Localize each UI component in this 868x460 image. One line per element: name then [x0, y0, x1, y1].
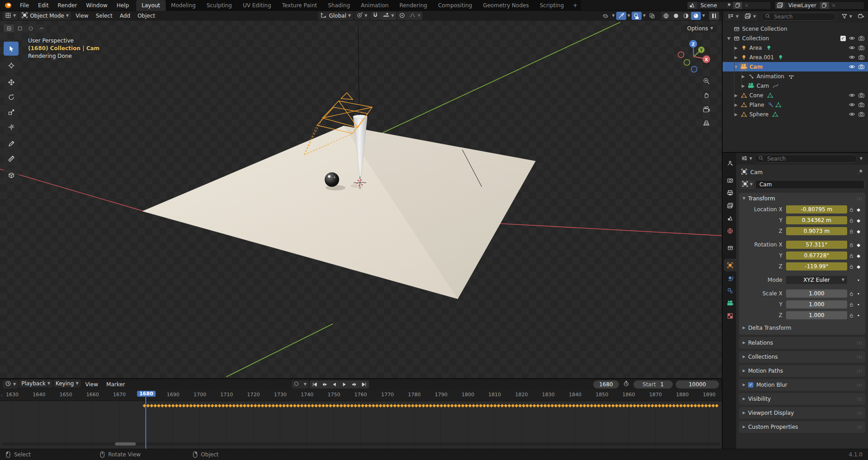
panel-custom-properties[interactable]: ▶Custom Properties∷∷ — [739, 421, 865, 433]
playhead[interactable] — [145, 397, 146, 449]
close-icon[interactable] — [742, 2, 751, 9]
lock-toggle[interactable] — [847, 218, 855, 223]
panel-drag-handle[interactable]: ∷∷ — [857, 397, 862, 402]
sh-rend-icon[interactable] — [693, 13, 699, 19]
panel-motion-blur[interactable]: ▶✓Motion Blur∷∷ — [739, 379, 865, 391]
sh-solid-icon[interactable] — [673, 13, 679, 19]
rotate-icon[interactable] — [8, 94, 15, 101]
move-icon[interactable] — [8, 79, 15, 86]
ruler-tick[interactable]: 1820 — [515, 392, 528, 398]
current-frame-field[interactable]: 1680 — [593, 380, 619, 389]
visibility-icon[interactable] — [602, 13, 609, 19]
outliner-display-mode-button[interactable]: ▼ — [742, 13, 758, 21]
panel-relations[interactable]: ▶Relations∷∷ — [739, 337, 865, 349]
select-mode-icon[interactable] — [6, 26, 12, 31]
properties-tab-scene[interactable] — [724, 212, 736, 224]
shading-rendered-button[interactable] — [691, 12, 701, 20]
select-mode-2[interactable] — [14, 24, 25, 32]
shading-wireframe-button[interactable] — [661, 12, 671, 20]
keyframes-strip[interactable] — [0, 402, 723, 411]
outliner-row-area[interactable]: ▶Area — [723, 43, 868, 52]
ruler-tick[interactable]: 1670 — [113, 392, 126, 398]
camera-render-icon[interactable] — [858, 92, 865, 99]
select-mode-icon[interactable] — [39, 26, 44, 31]
tool-select-box[interactable] — [4, 42, 19, 56]
ruler-tick[interactable]: 1720 — [247, 392, 260, 398]
viewport-menu-add[interactable]: Add — [116, 11, 134, 21]
mode-dropdown[interactable]: Object Mode▼ — [19, 12, 71, 20]
select-mode-3[interactable] — [25, 24, 36, 32]
workspace-tab-rendering[interactable]: Rendering — [394, 0, 432, 11]
mode-field[interactable]: XYZ Euler▼ — [786, 276, 847, 284]
animate-dot-button[interactable]: • — [855, 291, 862, 296]
outliner-row-animation[interactable]: ▶Animation — [723, 71, 868, 81]
timeline-menu-keying[interactable]: Keying▼ — [53, 379, 81, 388]
properties-tab-tool[interactable] — [724, 156, 736, 169]
y-field[interactable]: 0.67728° — [786, 251, 847, 260]
ruler-tick[interactable]: 1790 — [435, 392, 447, 398]
transform-panel-header[interactable]: ▼ Transform ∷∷ — [743, 195, 862, 204]
viewport-menu-select[interactable]: Select — [92, 11, 116, 21]
chevron-down-icon[interactable]: ▼ — [628, 14, 630, 18]
ruler-tick[interactable]: 1880 — [676, 392, 689, 398]
ruler-tick[interactable]: 1860 — [623, 392, 635, 398]
z-field[interactable]: 0.9073 m — [786, 227, 847, 235]
ruler-tick[interactable]: 1760 — [355, 392, 367, 398]
breadcrumb-object-name[interactable]: Cam — [750, 169, 762, 175]
tool-move[interactable] — [4, 75, 19, 89]
ruler-tick[interactable]: 1650 — [59, 392, 72, 398]
camera-render-icon[interactable] — [858, 35, 865, 42]
pan-hand-icon[interactable] — [700, 89, 712, 101]
y-field[interactable]: 0.34362 m — [786, 216, 847, 224]
chevron-down-icon[interactable]: ▼ — [702, 14, 705, 18]
tool-add-cube[interactable] — [4, 168, 19, 182]
properties-tab-render[interactable] — [724, 174, 736, 186]
animate-dot-button[interactable]: • — [855, 313, 862, 318]
overlays-icon[interactable] — [633, 13, 640, 19]
timeline-menu-view[interactable]: View — [82, 379, 101, 389]
viewlayer-name[interactable]: ViewLayer — [785, 2, 820, 9]
properties-tab-object-data[interactable] — [724, 297, 736, 309]
ruler-tick[interactable]: 1740 — [301, 392, 313, 398]
properties-tab-physics[interactable] — [724, 271, 736, 284]
viewport-menu-view[interactable]: View — [72, 11, 92, 21]
properties-tab-texture[interactable] — [724, 309, 736, 322]
tool-cursor[interactable] — [4, 58, 19, 72]
select-mode-1[interactable] — [4, 24, 14, 32]
frame-start-field[interactable]: Start1 — [633, 380, 673, 389]
outliner-row-scene-collection[interactable]: Scene Collection — [723, 24, 868, 33]
panel-collections[interactable]: ▶Collections∷∷ — [739, 351, 865, 363]
gizmoarrow-icon[interactable] — [618, 13, 624, 19]
eye-icon[interactable] — [849, 92, 855, 99]
ruler-tick[interactable]: 1660 — [86, 392, 99, 398]
timeline-editor-type-button[interactable]: ▼ — [3, 380, 18, 389]
lock-toggle[interactable] — [847, 264, 855, 270]
delta-transform-panel-header[interactable]: ▶Delta Transform — [743, 325, 862, 331]
workspace-tab-texture-paint[interactable]: Texture Paint — [277, 0, 322, 11]
camera-view-icon[interactable] — [700, 104, 712, 115]
pivot-dropdown[interactable]: ▼ — [354, 12, 369, 20]
properties-tab-output[interactable] — [724, 186, 736, 199]
ruler-tick[interactable]: 1840 — [569, 392, 581, 398]
ruler-tick[interactable]: 1640 — [33, 392, 45, 398]
panel-checkbox[interactable]: ✓ — [748, 382, 753, 388]
tool-scale[interactable] — [4, 105, 19, 119]
scene-icon[interactable] — [687, 2, 697, 9]
lock-toggle[interactable] — [847, 228, 855, 234]
previous-keyframe-button[interactable] — [320, 380, 329, 389]
eye-icon[interactable] — [849, 111, 855, 118]
ruler-collapse-icon[interactable]: ‹ — [1, 393, 3, 398]
viewlayer-icon[interactable] — [775, 2, 785, 9]
next-keyframe-button[interactable] — [350, 380, 359, 389]
lock-toggle[interactable] — [847, 242, 855, 248]
timeline-menu-playback[interactable]: Playback▼ — [19, 379, 53, 388]
sphere-object[interactable] — [325, 172, 339, 187]
ruler-tick[interactable]: 1800 — [461, 392, 474, 398]
camera-render-icon[interactable] — [858, 44, 865, 51]
menu-render[interactable]: Render — [53, 0, 82, 11]
current-frame-indicator[interactable]: 1680 — [137, 391, 156, 397]
lock-toggle[interactable] — [847, 302, 855, 308]
keyframe-button[interactable]: ◆ — [855, 207, 862, 212]
new-scene-button[interactable] — [733, 2, 742, 9]
outliner-search-input[interactable] — [773, 13, 832, 20]
